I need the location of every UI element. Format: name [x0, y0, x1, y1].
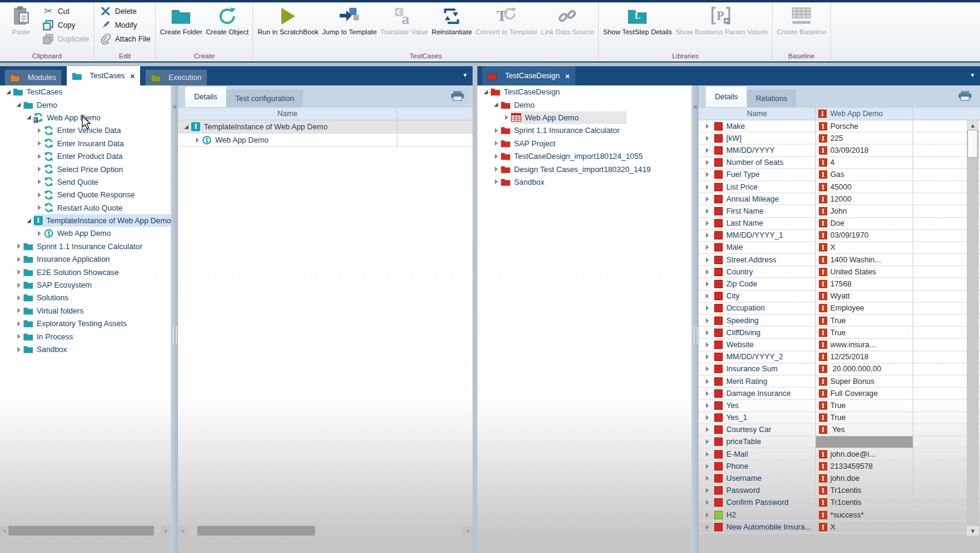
tree-node-body[interactable]: E2E Solution Showcase [23, 265, 119, 278]
value-cell[interactable]: I03/09/1970 [815, 230, 913, 241]
value-cell[interactable]: I2133459578 [815, 460, 913, 472]
attribute-row[interactable]: H2I*success* [699, 509, 980, 521]
tree-node-body[interactable]: TestCaseDesign [491, 85, 560, 98]
expander-collapsed-icon[interactable] [703, 512, 711, 518]
value-cell[interactable]: ISuper Bonus [815, 375, 913, 387]
empty-cell[interactable] [913, 436, 967, 448]
name-cell[interactable]: Annual Mileage [699, 193, 815, 205]
expander-collapsed-icon[interactable] [14, 307, 23, 314]
value-cell[interactable]: Iwww.insura... [815, 339, 913, 350]
name-cell[interactable]: Yes [699, 400, 815, 411]
expander-collapsed-icon[interactable] [703, 293, 711, 299]
expander-collapsed-icon[interactable] [703, 305, 711, 311]
tab-execution[interactable]: Execution [145, 70, 207, 85]
name-cell[interactable]: List Price [699, 181, 815, 193]
expander-collapsed-icon[interactable] [703, 318, 711, 324]
center-horizontal-scrollbar[interactable]: ‹ › [178, 526, 473, 536]
tree-node[interactable]: TestCases [0, 85, 171, 98]
value-cell[interactable]: ITrue [815, 412, 913, 424]
expander-collapsed-icon[interactable] [501, 114, 511, 120]
tree-node-body[interactable]: Sprint 1.1 Insurance Calculator [501, 124, 620, 137]
jump-to-template-button[interactable]: Jump to Template [320, 4, 379, 36]
attribute-row[interactable]: Courtesy CarI Yes [699, 424, 980, 436]
empty-cell[interactable] [913, 363, 967, 375]
tab-details[interactable]: Details [185, 87, 226, 107]
name-cell[interactable]: Insurance Sum [699, 363, 815, 375]
tree-node-body[interactable]: Demo [23, 98, 57, 111]
delete-button[interactable]: Delete [97, 4, 153, 18]
empty-cell[interactable] [913, 193, 967, 205]
name-cell[interactable]: First Name [699, 205, 815, 217]
value-cell[interactable]: I 20.000.000,00 [815, 363, 913, 375]
tree-node-body[interactable]: TestCaseDesign_import180124_1055 [501, 150, 643, 162]
attribute-row[interactable]: priceTable [699, 436, 980, 448]
expander-collapsed-icon[interactable] [491, 128, 501, 134]
empty-cell[interactable] [913, 120, 967, 132]
tree-node-body[interactable]: Select Price Option [44, 162, 123, 175]
create-object-button[interactable]: Create Object [204, 4, 251, 36]
expander-collapsed-icon[interactable] [14, 269, 23, 275]
name-cell[interactable]: [kW] [699, 132, 815, 144]
expander-collapsed-icon[interactable] [14, 321, 23, 327]
left-horizontal-scrollbar[interactable]: ‹ › [0, 526, 171, 536]
empty-cell[interactable] [913, 303, 967, 314]
value-cell[interactable]: IX [815, 242, 913, 253]
expander-expanded-icon[interactable] [24, 114, 34, 120]
attribute-row[interactable]: Last NameIDoe [699, 218, 980, 230]
empty-cell[interactable] [913, 278, 967, 289]
tab-modules[interactable]: Modules [5, 70, 61, 85]
splitter-grip[interactable] [173, 326, 177, 344]
name-cell[interactable]: Confirm Password [699, 497, 815, 508]
value-cell[interactable]: IPorsche [815, 120, 913, 132]
tree-node-body[interactable]: Demo [501, 98, 534, 111]
empty-cell[interactable] [913, 315, 967, 326]
copy-button[interactable]: Copy [40, 18, 91, 32]
attribute-row[interactable]: Zip CodeI17568 [699, 278, 980, 290]
tree-node[interactable]: Sprint 1.1 Insurance Calculator [0, 240, 171, 253]
expander-collapsed-icon[interactable] [34, 192, 44, 198]
tree-node[interactable]: Sandbox [0, 343, 171, 356]
value-cell[interactable]: ITrue [815, 400, 913, 411]
tree-node[interactable]: Exploratory Testing Assets [0, 317, 171, 330]
expander-expanded-icon[interactable] [14, 102, 23, 108]
expander-collapsed-icon[interactable] [703, 184, 711, 190]
attribute-row[interactable]: E-MailIjohn.doe@i... [699, 448, 980, 460]
tree-node-body[interactable]: Web App Demo [511, 111, 626, 124]
tree-node-body[interactable]: Enter Vehicle Data [44, 124, 121, 137]
tree-node-body[interactable]: TWeb App Demo [34, 111, 100, 124]
value-cell[interactable]: I12/25/2018 [815, 351, 913, 363]
value-cell[interactable]: I4 [815, 157, 913, 168]
tab-test-configuration[interactable]: Test configuration [226, 90, 303, 107]
expander-collapsed-icon[interactable] [703, 147, 711, 153]
tree-node[interactable]: SAP Ecosystem [0, 279, 171, 291]
tree-node[interactable]: TestCaseDesign_import180124_1055 [477, 150, 691, 162]
tree-node[interactable]: Sprint 1.1 Insurance Calculator [477, 124, 691, 137]
expander-collapsed-icon[interactable] [703, 281, 711, 287]
name-cell[interactable]: priceTable [699, 436, 815, 448]
column-header-empty[interactable] [397, 108, 473, 120]
name-cell[interactable]: Number of Seats [699, 157, 815, 168]
tree-node-body[interactable]: SAP Ecosystem [23, 279, 92, 291]
empty-cell[interactable] [913, 351, 967, 363]
name-cell[interactable]: Make [699, 120, 815, 132]
empty-cell[interactable] [913, 144, 967, 156]
tree-node[interactable]: Insurance Application [0, 253, 171, 265]
expander-collapsed-icon[interactable] [703, 171, 711, 178]
expander-collapsed-icon[interactable] [14, 347, 23, 353]
tree-node[interactable]: Web App Demo [477, 111, 691, 124]
attribute-row[interactable]: First NameIJohn [699, 205, 980, 217]
expander-collapsed-icon[interactable] [703, 439, 711, 445]
attribute-row[interactable]: CityIWyatt [699, 291, 980, 303]
splitter-grip[interactable] [694, 326, 697, 344]
name-cell[interactable]: H2 [699, 509, 815, 521]
tree-node-body[interactable]: SAP Project [501, 137, 556, 150]
expander-collapsed-icon[interactable] [703, 354, 711, 360]
scrollbar-thumb[interactable] [197, 526, 315, 536]
value-cell[interactable] [815, 436, 913, 448]
scrollbar-thumb[interactable] [8, 526, 154, 536]
empty-cell[interactable] [913, 339, 967, 350]
tree-node[interactable]: Restart Auto Quote [0, 202, 171, 214]
attribute-row[interactable]: MM/DD/YYYY_1I03/09/1970 [699, 230, 980, 242]
expander-collapsed-icon[interactable] [703, 524, 711, 530]
name-cell[interactable]: Occupation [699, 303, 815, 314]
